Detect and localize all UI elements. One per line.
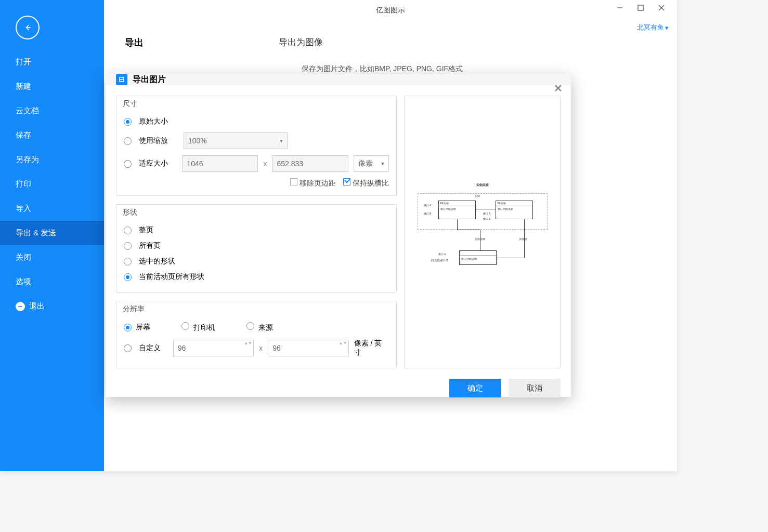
page-title: 导出 bbox=[125, 36, 144, 49]
page-header: 导出 导出为图像 bbox=[104, 21, 677, 54]
dialog-body: 尺寸 原始大小 使用缩放 100% 适应大小 1046 x 652.833 像素 bbox=[106, 85, 571, 379]
app-title: 亿图图示 bbox=[376, 6, 405, 15]
label-fit-size: 适应大小 bbox=[139, 159, 177, 168]
radio-use-scale[interactable] bbox=[124, 137, 132, 145]
sidebar-item-exit[interactable]: − 退出 bbox=[0, 294, 104, 318]
checkbox-remove-margin[interactable] bbox=[290, 178, 297, 185]
sidebar-item-save[interactable]: 保存 bbox=[0, 123, 104, 148]
sidebar-item-import[interactable]: 导入 bbox=[0, 196, 104, 221]
chevron-down-icon: ▾ bbox=[665, 24, 669, 32]
radio-selected-shapes[interactable] bbox=[124, 258, 132, 265]
preview-port-a2: 接口 A : bbox=[483, 212, 492, 215]
scale-select[interactable]: 100% bbox=[184, 132, 288, 149]
spinner-icon[interactable]: ▲▼ bbox=[339, 341, 347, 345]
remove-margin-option[interactable]: 移除页边距 bbox=[290, 178, 336, 188]
keep-ratio-option[interactable]: 保持纵横比 bbox=[343, 178, 389, 188]
preview-box3-body: 接口功能说明 bbox=[460, 256, 496, 261]
exit-label: 退出 bbox=[29, 301, 45, 311]
preview-box-1: PA名称 接口功能说明 bbox=[438, 201, 476, 219]
radio-fit-size[interactable] bbox=[124, 160, 132, 168]
resolution-group: 分辨率 屏幕 打印机 来源 自定义 96▲▼ x 96▲▼ 像素 / 英寸 bbox=[116, 301, 397, 368]
sidebar-item-saveas[interactable]: 另存为 bbox=[0, 148, 104, 172]
preview-diagram: 实例关联 实例 PA名称 接口功能说明 接口 A 接口 B PA名称 接口功能说… bbox=[412, 183, 553, 282]
dialog-footer: 确定 取消 bbox=[106, 379, 571, 397]
preview-connector-l1c bbox=[457, 230, 480, 230]
radio-all-pages[interactable] bbox=[124, 242, 132, 250]
close-button[interactable] bbox=[651, 0, 672, 16]
radio-whole-page[interactable] bbox=[124, 227, 132, 234]
label-whole-page: 整页 bbox=[139, 225, 153, 235]
preview-group-label: 实例 bbox=[475, 194, 480, 197]
unit-value: 像素 bbox=[358, 159, 373, 168]
back-button[interactable] bbox=[16, 16, 40, 39]
radio-source[interactable] bbox=[246, 322, 254, 330]
radio-current-page[interactable] bbox=[124, 273, 132, 281]
export-image-dialog: 导出图片 ✕ 尺寸 原始大小 使用缩放 100% 适应大小 1046 bbox=[106, 74, 571, 397]
scale-value: 100% bbox=[188, 137, 207, 145]
dpi-y-input[interactable]: 96▲▼ bbox=[268, 340, 348, 356]
dialog-titlebar: 导出图片 ✕ bbox=[106, 74, 571, 85]
preview-box1-body: 接口功能说明 bbox=[439, 206, 475, 211]
preview-connector-l1d bbox=[457, 219, 458, 230]
label-source: 来源 bbox=[258, 323, 273, 331]
preview-port-b1: 接口 B bbox=[424, 212, 432, 215]
x-separator-dpi: x bbox=[259, 344, 263, 352]
preview-port-a3: 接口 A bbox=[438, 252, 446, 256]
preview-box-3: 接口功能说明 bbox=[459, 250, 497, 265]
label-current-page: 当前活动页所有形状 bbox=[139, 272, 204, 282]
user-link[interactable]: 北冥有鱼 ▾ bbox=[637, 23, 669, 32]
preview-connector-top bbox=[476, 209, 496, 209]
close-icon bbox=[658, 5, 665, 11]
width-input[interactable]: 1046 bbox=[182, 155, 258, 172]
dpi-unit-label: 像素 / 英寸 bbox=[354, 339, 389, 357]
maximize-icon bbox=[637, 5, 644, 11]
radio-original-size[interactable] bbox=[124, 118, 132, 126]
minimize-button[interactable] bbox=[609, 0, 630, 16]
maximize-button[interactable] bbox=[630, 0, 651, 16]
preview-box2-body: 接口功能说明 bbox=[496, 206, 532, 211]
x-separator: x bbox=[263, 159, 267, 168]
preview-title: 实例关联 bbox=[412, 183, 553, 188]
label-selected-shapes: 选中的形状 bbox=[139, 257, 175, 266]
dpi-x-input[interactable]: 96▲▼ bbox=[173, 340, 254, 356]
dpi-y-value: 96 bbox=[272, 344, 281, 352]
shape-group-title: 形状 bbox=[123, 208, 137, 217]
height-value: 652.833 bbox=[277, 159, 303, 168]
label-printer: 打印机 bbox=[193, 323, 215, 331]
arrow-left-icon bbox=[22, 22, 33, 33]
preview-box-2: PA名称 接口功能说明 bbox=[496, 201, 533, 219]
spinner-icon[interactable]: ▲▼ bbox=[244, 341, 252, 345]
radio-screen[interactable] bbox=[124, 324, 132, 331]
sidebar-item-print[interactable]: 打印 bbox=[0, 172, 104, 196]
sidebar-item-open[interactable]: 打开 bbox=[0, 50, 104, 74]
ok-button[interactable]: 确定 bbox=[449, 379, 501, 397]
height-input[interactable]: 652.833 bbox=[272, 155, 348, 172]
unit-select[interactable]: 像素 bbox=[354, 155, 389, 172]
size-group-title: 尺寸 bbox=[123, 99, 137, 109]
label-all-pages: 所有页 bbox=[139, 241, 161, 250]
preview-box2-head: PA名称 bbox=[496, 201, 532, 206]
sidebar-item-options[interactable]: 选项 bbox=[0, 270, 104, 294]
width-value: 1046 bbox=[187, 159, 203, 168]
radio-custom-dpi[interactable] bbox=[124, 344, 132, 352]
titlebar: 亿图图示 bbox=[104, 0, 677, 21]
svg-rect-1 bbox=[638, 5, 643, 10]
label-keep-ratio: 保持纵横比 bbox=[353, 179, 389, 187]
sidebar-item-export[interactable]: 导出 & 发送 bbox=[0, 221, 104, 245]
resolution-group-title: 分辨率 bbox=[123, 304, 145, 314]
sidebar-item-new[interactable]: 新建 bbox=[0, 74, 104, 99]
preview-box1-head: PA名称 bbox=[439, 201, 475, 206]
label-screen: 屏幕 bbox=[136, 323, 150, 331]
preview-port-b2: 接口 B : bbox=[483, 217, 492, 220]
sidebar-item-close[interactable]: 关闭 bbox=[0, 245, 104, 270]
preview-box3-head bbox=[460, 251, 496, 256]
checkbox-keep-ratio[interactable] bbox=[343, 178, 350, 185]
dialog-close-button[interactable]: ✕ bbox=[554, 82, 563, 95]
minimize-icon bbox=[617, 5, 623, 11]
preview-pane: 实例关联 实例 PA名称 接口功能说明 接口 A 接口 B PA名称 接口功能说… bbox=[404, 96, 561, 368]
page-description: 保存为图片文件，比如BMP, JPEG, PNG, GIF格式 bbox=[104, 64, 677, 74]
radio-printer[interactable] bbox=[181, 322, 189, 330]
preview-rel-left: 关联关联 bbox=[475, 237, 485, 241]
cancel-button[interactable]: 取消 bbox=[509, 379, 561, 397]
sidebar-item-cloud[interactable]: 云文档 bbox=[0, 99, 104, 123]
